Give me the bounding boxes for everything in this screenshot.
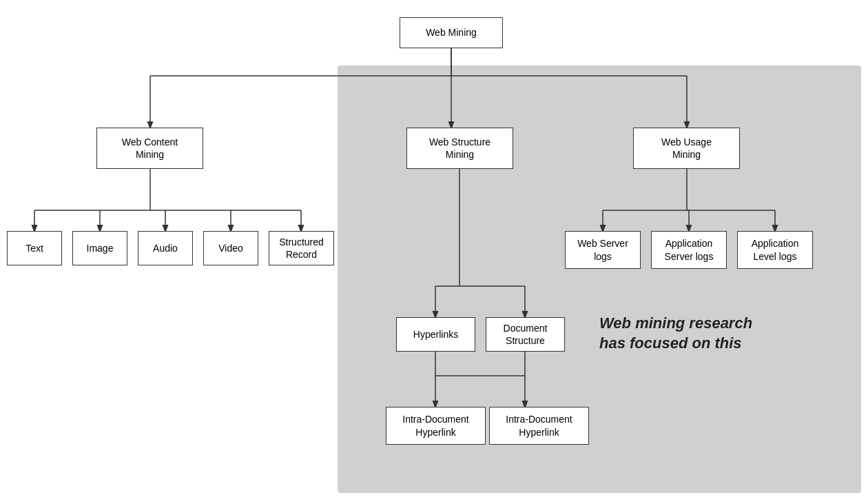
web-server-logs-box: Web Serverlogs — [565, 231, 641, 269]
image-label: Image — [87, 242, 114, 254]
audio-box: Audio — [138, 231, 193, 265]
document-structure-label: DocumentStructure — [504, 322, 548, 347]
document-structure-box: DocumentStructure — [486, 317, 565, 352]
intra-doc-1-label: Intra-DocumentHyperlink — [402, 413, 468, 438]
web-content-mining-label: Web ContentMining — [122, 136, 178, 161]
app-server-logs-box: ApplicationServer logs — [651, 231, 727, 269]
web-structure-mining-box: Web StructureMining — [406, 128, 513, 169]
intra-document-hyperlink-1-box: Intra-DocumentHyperlink — [386, 407, 486, 445]
structured-record-box: StructuredRecord — [269, 231, 334, 265]
web-structure-mining-label: Web StructureMining — [429, 136, 490, 161]
web-usage-mining-label: Web UsageMining — [661, 136, 712, 161]
web-server-logs-label: Web Serverlogs — [577, 237, 628, 262]
text-box: Text — [7, 231, 62, 265]
web-usage-mining-box: Web UsageMining — [633, 128, 740, 169]
structured-record-label: StructuredRecord — [279, 236, 324, 261]
research-text: Web mining researchhas focused on this — [599, 314, 806, 353]
app-level-logs-label: ApplicationLevel logs — [752, 237, 799, 262]
app-level-logs-box: ApplicationLevel logs — [737, 231, 813, 269]
intra-document-hyperlink-2-box: Intra-DocumentHyperlink — [489, 407, 589, 445]
diagram-container: Web Mining Web ContentMining Web Structu… — [0, 0, 868, 504]
audio-label: Audio — [153, 242, 178, 254]
video-label: Video — [218, 242, 243, 254]
hyperlinks-label: Hyperlinks — [413, 328, 458, 341]
hyperlinks-box: Hyperlinks — [396, 317, 475, 352]
text-label: Text — [25, 242, 43, 254]
image-box: Image — [72, 231, 127, 265]
video-box: Video — [203, 231, 258, 265]
web-mining-box: Web Mining — [400, 17, 503, 48]
research-text-content: Web mining researchhas focused on this — [599, 314, 752, 352]
web-content-mining-box: Web ContentMining — [96, 128, 203, 169]
app-server-logs-label: ApplicationServer logs — [665, 237, 714, 262]
web-mining-label: Web Mining — [426, 26, 477, 39]
intra-doc-2-label: Intra-DocumentHyperlink — [506, 413, 572, 438]
